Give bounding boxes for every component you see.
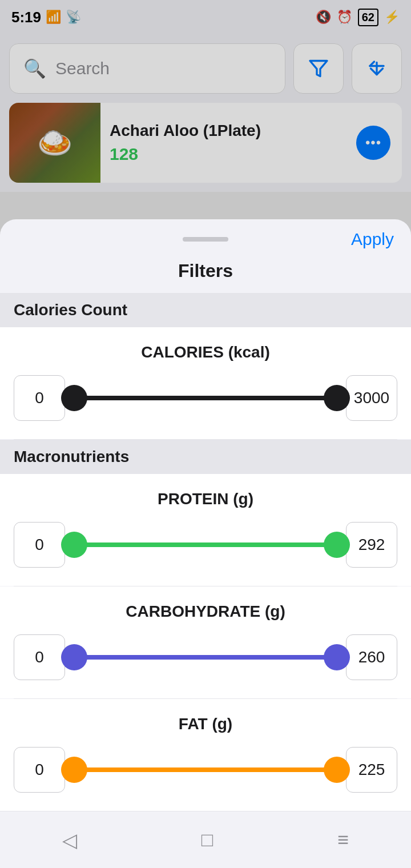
carb-max-input[interactable]: 260 [346, 634, 397, 680]
home-button[interactable]: □ [202, 829, 213, 851]
apply-button[interactable]: Apply [351, 230, 394, 249]
calories-section-header: Calories Count [0, 293, 411, 327]
back-button[interactable]: ◁ [62, 829, 77, 851]
calories-slider-section: CALORIES (kcal) 0 3000 [0, 327, 411, 439]
fat-thumb-right[interactable] [324, 757, 350, 783]
calories-slider-row: 0 3000 [14, 375, 397, 421]
calories-thumb-right[interactable] [324, 385, 350, 411]
calories-min-input[interactable]: 0 [14, 375, 65, 421]
fat-slider-row: 0 225 [14, 747, 397, 793]
menu-button[interactable]: ≡ [337, 829, 349, 851]
protein-label: PROTEIN (g) [14, 490, 397, 508]
bottom-nav: ◁ □ ≡ [0, 811, 411, 868]
fat-thumb-left[interactable] [61, 757, 87, 783]
calories-slider[interactable] [74, 381, 337, 415]
carb-slider-row: 0 260 [14, 634, 397, 680]
carb-label: CARBOHYDRATE (g) [14, 602, 397, 621]
protein-thumb-left[interactable] [61, 532, 87, 558]
carb-slider[interactable] [74, 640, 337, 674]
protein-slider-row: 0 292 [14, 522, 397, 568]
carb-thumb-left[interactable] [61, 644, 87, 670]
fat-slider[interactable] [74, 753, 337, 787]
protein-slider[interactable] [74, 528, 337, 562]
fat-min-input[interactable]: 0 [14, 747, 65, 793]
protein-min-input[interactable]: 0 [14, 522, 65, 568]
bottom-sheet: Apply Filters Calories Count CALORIES (k… [0, 219, 411, 868]
protein-slider-section: PROTEIN (g) 0 292 [0, 474, 411, 586]
carb-thumb-right[interactable] [324, 644, 350, 670]
sheet-handle[interactable] [183, 237, 228, 242]
macro-section-header: Macronutrients [0, 440, 411, 474]
protein-thumb-right[interactable] [324, 532, 350, 558]
calories-thumb-left[interactable] [61, 385, 87, 411]
fat-slider-section: FAT (g) 0 225 [0, 699, 411, 811]
protein-max-input[interactable]: 292 [346, 522, 397, 568]
calories-label: CALORIES (kcal) [14, 343, 397, 361]
fat-label: FAT (g) [14, 715, 397, 733]
carb-min-input[interactable]: 0 [14, 634, 65, 680]
macro-header-text: Macronutrients [14, 448, 129, 465]
calories-header-text: Calories Count [14, 301, 127, 319]
carb-slider-section: CARBOHYDRATE (g) 0 260 [0, 586, 411, 698]
fat-max-input[interactable]: 225 [346, 747, 397, 793]
sheet-title: Filters [0, 255, 411, 293]
calories-max-input[interactable]: 3000 [346, 375, 397, 421]
sheet-handle-row: Apply [0, 219, 411, 255]
